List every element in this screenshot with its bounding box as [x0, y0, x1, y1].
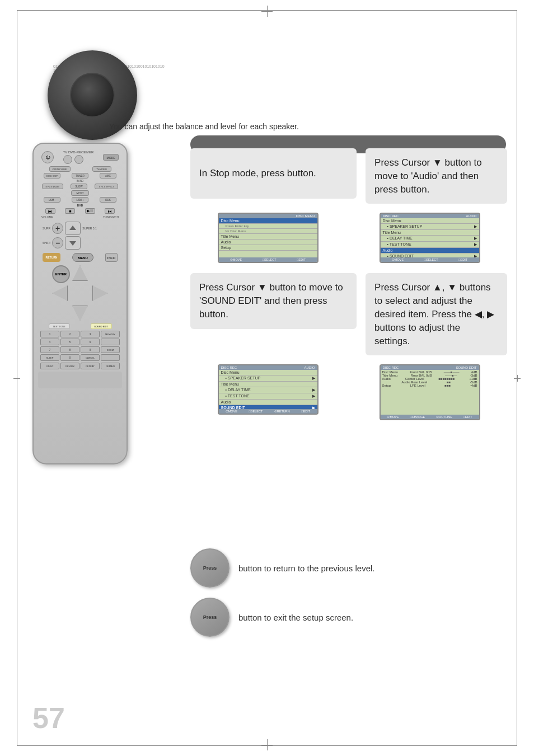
mode-button[interactable]: MODE	[103, 154, 119, 161]
crosshair-left	[13, 375, 20, 382]
crosshair-right	[514, 375, 521, 382]
repeat-button[interactable]: REPEAT	[81, 363, 100, 369]
instructions-area: In Stop mode, press button. Press Cursor…	[190, 148, 507, 430]
num-2[interactable]: 2	[60, 331, 79, 337]
num-8[interactable]: 8	[60, 346, 79, 353]
cursor-left-button[interactable]	[52, 285, 68, 301]
disc-skip-button[interactable]: DISC SKIP	[44, 173, 60, 179]
se-select-footer: ⊙MOVE□SELECT⊙RETURN□EDIT	[219, 409, 317, 414]
stop-button[interactable]: ■	[65, 208, 75, 214]
step-box-3: Press Cursor ▼ button to move to 'SOUND …	[190, 273, 357, 328]
cursor-right-button[interactable]	[92, 285, 108, 301]
disc-menu-footer: ⊙MOVE□SELECT□EDIT	[219, 257, 317, 262]
se-adjust-content: Disc MenuFront BAL 0dB——■——4dB Title Men…	[381, 370, 479, 388]
open-close-button[interactable]: OPEN/CLOSE	[49, 166, 71, 172]
num-5[interactable]: 5	[60, 339, 79, 345]
most-button[interactable]: MOST	[71, 190, 89, 196]
num-zoom[interactable]: ZOOM	[101, 346, 120, 353]
se-adjust-footer: ⊙MOVE□CHANGE⊙OUTLINE□EDIT	[381, 415, 479, 419]
vol-plus-button[interactable]: +	[52, 223, 63, 234]
amx-button[interactable]: AMX	[100, 173, 116, 179]
disc-menu-row-2: Press Enter key	[219, 224, 317, 229]
decorative-disc-area: 0101010101010101010101010101010100101010…	[31, 34, 132, 134]
enter-button[interactable]: ENTER	[52, 265, 70, 283]
se-select-row-3: Title Menu	[219, 382, 317, 387]
audio-row-2: • SPEAKER SETUP▶	[381, 224, 479, 230]
step-box-1: In Stop mode, press button.	[190, 148, 357, 199]
audio-row-4: • DELAY TIME▶	[381, 236, 479, 242]
num-1[interactable]: 1	[40, 331, 59, 337]
sound-edit-adjust-container: DISC REC SOUND EDIT Disc MenuFront BAL 0…	[352, 364, 507, 420]
press-setup-row: Press button to exit the setup screen.	[190, 598, 507, 637]
sound-edit-adjust-screen: DISC REC SOUND EDIT Disc MenuFront BAL 0…	[380, 364, 480, 420]
info-button[interactable]: INFO	[105, 253, 118, 262]
setup-circle-button[interactable]: Press	[190, 598, 229, 637]
num-7[interactable]: 7	[40, 346, 59, 353]
num-memory[interactable]: MEMORY	[101, 331, 120, 337]
step-box-2: Press Cursor ▼ button to move to 'Audio'…	[366, 148, 507, 204]
num-4[interactable]: 4	[40, 339, 59, 345]
tuning-label: TUNING/CH	[103, 215, 119, 219]
num-0[interactable]: 0	[60, 354, 79, 361]
num-3[interactable]: 3	[81, 331, 100, 337]
step-2-text: Press Cursor ▼ button to move to 'Audio'…	[374, 156, 498, 196]
crosshair-top	[261, 6, 273, 17]
cursor-up-button[interactable]	[72, 265, 88, 281]
slow-button[interactable]: SLOW	[71, 184, 87, 189]
audio-menu-header: DISC REC AUDIO	[381, 214, 479, 218]
return-circle-button[interactable]: Press	[190, 548, 229, 588]
return-description: button to return to the previous level.	[238, 564, 374, 573]
disc-menu-row-6: Setup	[219, 245, 317, 251]
review-button[interactable]: REVIEW	[60, 363, 79, 369]
power-button[interactable]: ⏻	[41, 151, 54, 163]
gdisc-button[interactable]: GDISC	[40, 363, 59, 369]
pl2-mode-button[interactable]: II PL II MODE	[42, 184, 63, 189]
vol-minus-button[interactable]: –	[52, 237, 63, 248]
subtitle: You can adjust the balance and level for…	[109, 122, 299, 131]
crosshair-bottom	[261, 739, 273, 750]
return-button[interactable]: RETURN	[43, 253, 60, 262]
disc-menu-row-5: Audio	[219, 240, 317, 245]
remain-button[interactable]: REMAIN	[101, 363, 120, 369]
sound-edit-select-screen: DISC REC AUDIO Disc Menu • SPEAKER SETUP…	[218, 364, 318, 415]
sound-edit-button[interactable]: SOUND EDIT	[91, 323, 112, 329]
step-row-2: Press Cursor ▼ button to move to 'SOUND …	[190, 273, 507, 355]
se-select-row-4: • DELAY TIME▶	[219, 387, 317, 393]
play-pause-button[interactable]: ▶⏸	[85, 208, 95, 214]
audio-row-6: Audio	[381, 248, 479, 253]
disc-menu-row-3: for Disc Menu	[219, 229, 317, 234]
num-9[interactable]: 9	[81, 346, 100, 353]
disc-menu-row-4: Title Menu	[219, 234, 317, 240]
audio-row-5: • TEST TONE▶	[381, 242, 479, 248]
audio-footer: ⊙MOVE□SELECT□EDIT	[381, 257, 479, 262]
num-spare[interactable]	[101, 354, 120, 361]
num-assist[interactable]	[101, 339, 120, 345]
num-6[interactable]: 6	[81, 339, 100, 345]
step-4-text: Press Cursor ▲, ▼ buttons to select and …	[374, 281, 498, 348]
test-tone-button[interactable]: TEST TONE	[49, 323, 70, 329]
cursor-down-button[interactable]	[72, 306, 88, 321]
sound-edit-select-header: DISC REC AUDIO	[219, 365, 317, 370]
se-select-row-5: • TEST TONE▶	[219, 393, 317, 400]
lsm-minus-button[interactable]: LSM -	[44, 197, 60, 203]
se-select-row-1: Disc Menu	[219, 370, 317, 375]
tuner-button[interactable]: TUNER	[72, 173, 88, 179]
menu-button[interactable]: MENU	[72, 253, 93, 262]
disc-menu-row-1: Disc Menu	[219, 218, 317, 224]
num-sleep[interactable]: SLEEP	[40, 354, 59, 361]
prev-button[interactable]: ⏮	[45, 208, 55, 214]
tv-video-button[interactable]: TV/VIDEO	[92, 166, 111, 172]
audio-menu-screen: DISC REC AUDIO Disc Menu • SPEAKER SETUP…	[380, 213, 480, 263]
tv-dvd-label: TV DVD-RECEIVER	[63, 151, 94, 164]
lsm-plus-button[interactable]: LSM +	[72, 197, 88, 203]
audio-row-1: Disc Menu	[381, 218, 479, 224]
d-pad: ENTER	[52, 265, 108, 321]
pl2-effect-button[interactable]: II PL II EFFECT	[95, 184, 118, 189]
num-cancel[interactable]: CANCEL	[81, 354, 100, 361]
next-button[interactable]: ⏭	[105, 208, 115, 214]
numpad: 1 2 3 MEMORY 4 5 6 7 8 9 ZOOM SLEEP 0 CA…	[40, 331, 120, 361]
remote-control: ⏻ TV DVD-RECEIVER MODE OPEN/CLOSE TV/VID…	[32, 143, 130, 467]
rds-button[interactable]: RDS	[100, 197, 116, 203]
disc-menu-screen: DISC MENU Disc Menu Press Enter key for …	[218, 213, 318, 263]
step-3-text: Press Cursor ▼ button to move to 'SOUND …	[199, 281, 348, 321]
